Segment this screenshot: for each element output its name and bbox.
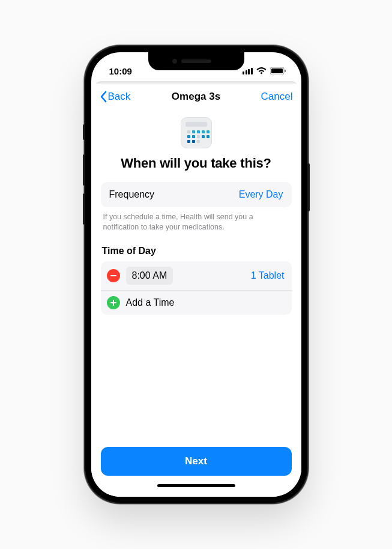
back-label: Back <box>108 91 131 103</box>
frequency-value: Every Day <box>239 189 283 200</box>
svg-rect-2 <box>285 70 286 72</box>
remove-time-button[interactable] <box>107 269 120 282</box>
notch <box>148 52 244 70</box>
chevron-left-icon <box>100 91 107 103</box>
next-button[interactable]: Next <box>101 447 292 476</box>
back-button[interactable]: Back <box>100 91 131 103</box>
status-icons <box>243 67 286 74</box>
time-picker[interactable]: 8:00 AM <box>126 267 173 285</box>
minus-icon <box>110 275 116 276</box>
content: When will you take this? Frequency Every… <box>91 110 301 447</box>
page-heading: When will you take this? <box>101 156 292 171</box>
calendar-icon <box>181 117 212 148</box>
modal-sheet: Back Omega 3s Cancel When will you take <box>91 83 301 497</box>
cancel-button[interactable]: Cancel <box>261 91 293 103</box>
add-icon-wrap <box>107 296 120 309</box>
footer: Next <box>91 447 301 476</box>
add-time-row[interactable]: Add a Time <box>101 290 292 315</box>
cellular-icon <box>243 68 253 74</box>
status-time: 10:09 <box>109 66 132 76</box>
hero-icon-wrap <box>101 117 292 148</box>
add-time-label: Add a Time <box>126 297 175 308</box>
wifi-icon <box>256 67 267 74</box>
nav-bar: Back Omega 3s Cancel <box>91 83 301 110</box>
time-of-day-label: Time of Day <box>102 246 291 256</box>
volume-down-button[interactable] <box>83 193 85 225</box>
frequency-hint: If you schedule a time, Health will send… <box>103 212 289 232</box>
screen: 10:09 Back Omega 3s Cancel <box>91 52 301 497</box>
power-button[interactable] <box>307 163 310 211</box>
svg-rect-1 <box>271 68 283 73</box>
time-row: 8:00 AM 1 Tablet <box>101 261 292 290</box>
dose-picker[interactable]: 1 Tablet <box>251 270 285 281</box>
frequency-label: Frequency <box>109 189 155 200</box>
plus-icon <box>110 300 116 306</box>
time-of-day-list: 8:00 AM 1 Tablet Add a Time <box>101 261 292 315</box>
home-indicator[interactable] <box>157 484 235 487</box>
battery-icon <box>270 67 286 74</box>
frequency-row[interactable]: Frequency Every Day <box>101 182 292 207</box>
device-frame: 10:09 Back Omega 3s Cancel <box>85 46 307 503</box>
volume-up-button[interactable] <box>83 154 85 186</box>
mute-switch[interactable] <box>83 124 85 140</box>
